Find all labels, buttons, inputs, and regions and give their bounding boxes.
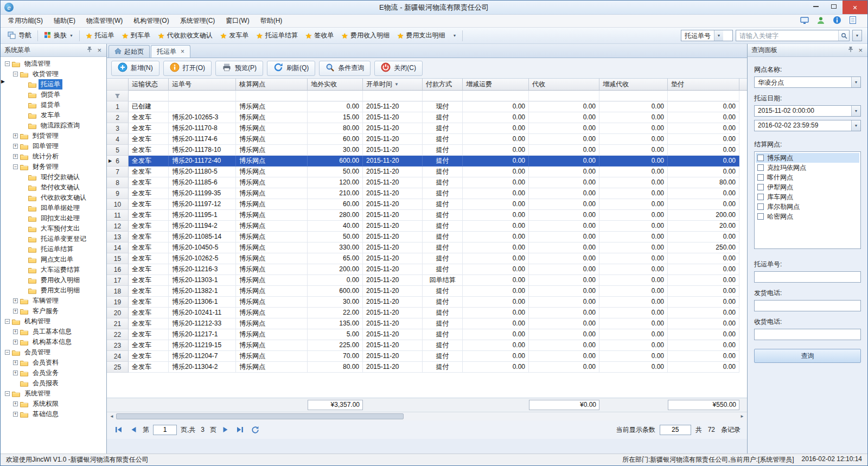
user-icon[interactable] [816,16,825,26]
preview-button[interactable]: 预览(P) [215,61,263,76]
table-row[interactable]: ▶6全发车博乐20-11172-40博乐网点600.002015-11-20提付… [107,156,747,167]
date-to-combo[interactable]: 2016-02-02 23:59:59 ▼ [754,120,861,131]
table-row[interactable]: 14全发车博乐20-10450-5博乐网点330.002015-11-20提付0… [107,242,747,253]
favorite-item[interactable]: ★费用支出明细 [393,31,449,40]
expand-icon[interactable]: + [13,412,18,417]
table-row[interactable]: 20全发车博乐20-10241-11博乐网点22.002015-11-20提付0… [107,308,747,318]
chevron-down-icon[interactable]: ▼ [851,77,860,87]
next-page-button[interactable] [220,424,231,435]
chevron-down-icon[interactable]: ▼ [851,106,860,116]
nav-button[interactable]: 导航 [4,29,35,42]
column-header[interactable]: 运单号 [169,79,236,91]
checkbox-icon[interactable] [757,213,764,220]
filter-cell[interactable] [169,91,236,101]
filter-cell[interactable] [308,91,363,101]
table-row[interactable]: 17全发车博乐20-11303-1博乐网点0.002015-11-20回单结算0… [107,275,747,286]
tree-item[interactable]: +回单管理 [1,141,106,151]
tree-item[interactable]: +车辆管理 [1,296,106,306]
table-row[interactable]: 7全发车博乐20-11180-5博乐网点50.002015-11-20提付0.0… [107,167,747,177]
tab-start-page[interactable]: 起始页 [108,45,150,58]
maximize-button[interactable] [825,1,843,12]
tree-item[interactable]: +员工基本信息 [1,327,106,337]
collapse-icon[interactable]: − [5,61,10,66]
tree-item[interactable]: 现付交款确认 [1,172,106,182]
table-row[interactable]: 16全发车博乐20-11216-3博乐网点200.002015-11-20提付0… [107,264,747,275]
tree-item[interactable]: 回扣支出处理 [1,213,106,224]
table-row[interactable]: 3全发车博乐20-11170-8博乐网点80.002015-11-20提付0.0… [107,123,747,134]
reload-icon[interactable] [250,424,260,435]
tree-item[interactable]: −物流管理 [1,59,106,69]
table-row[interactable]: 11全发车博乐20-11195-1博乐网点280.002015-11-20提付0… [107,210,747,221]
expand-icon[interactable]: + [13,133,18,138]
table-row[interactable]: 21全发车博乐20-11212-33博乐网点135.002015-11-20提付… [107,318,747,329]
open-button[interactable]: 打开(O) [163,61,212,76]
first-page-button[interactable] [113,424,124,435]
checkbox-icon[interactable] [757,184,764,190]
favorites-overflow-button[interactable]: ▼ [449,32,460,39]
menu-item[interactable]: 物流管理(W) [81,14,128,28]
collapse-sidebar-arrow[interactable]: ▶ [1,79,5,84]
condition-query-button[interactable]: 条件查询 [319,61,371,76]
table-row[interactable]: 25全发车博乐20-11304-2博乐网点80.002015-11-20提付0.… [107,362,747,373]
collapse-icon[interactable]: − [5,319,10,324]
receiver-phone-input[interactable] [754,329,861,340]
favorite-item[interactable]: ★费用收入明细 [337,31,393,40]
date-from-combo[interactable]: 2015-11-02 0:00:00 ▼ [754,105,861,117]
tree-item[interactable]: 发车单 [1,110,106,120]
favorite-item[interactable]: ★发车单 [216,31,253,40]
favorite-item[interactable]: ★签收单 [302,31,338,40]
table-row[interactable]: 19全发车博乐20-11306-1博乐网点30.002015-11-20提付0.… [107,297,747,308]
tree-item[interactable]: +会员业务 [1,368,106,378]
tree-item[interactable]: 费用收入明细 [1,275,106,285]
refresh-button[interactable]: 刷新(Q) [267,61,315,76]
tree-item[interactable]: 大车预付支出 [1,224,106,234]
tree-item[interactable]: −财务管理 [1,162,106,172]
tree-item[interactable]: 物流跟踪查询 [1,120,106,131]
column-header[interactable]: 代收 [529,79,599,91]
page-number-input[interactable] [153,425,177,435]
favorite-item[interactable]: ★代收款收支确认 [154,31,216,40]
tree-item[interactable]: +系统权限 [1,399,106,409]
settle-site-option[interactable]: 克拉玛依网点 [756,163,859,173]
settle-site-option[interactable]: 博乐网点 [756,153,859,163]
tree-item[interactable]: 垫付收支确认 [1,182,106,193]
tree-item[interactable]: −机构管理 [1,316,106,327]
tree-item[interactable]: 会员报表 [1,378,106,388]
tab-waybill[interactable]: 托运单 × [151,45,190,58]
favorite-item[interactable]: ★托运单结算 [252,31,302,40]
column-header[interactable]: 核算网点 [236,79,308,91]
favorite-item[interactable]: ★托运单 [82,31,118,40]
collapse-icon[interactable]: − [5,391,10,396]
tree-item[interactable]: 代收款收支确认 [1,193,106,203]
tree-item[interactable]: −会员管理 [1,347,106,358]
expand-icon[interactable]: + [13,401,18,406]
table-row[interactable]: 22全发车博乐20-11217-1博乐网点5.002015-11-20提付0.0… [107,329,747,340]
table-row[interactable]: 10全发车博乐20-11197-12博乐网点60.002015-11-20提付0… [107,199,747,210]
tree-item[interactable]: 回单单据处理 [1,203,106,213]
expand-icon[interactable]: + [13,371,18,375]
filter-cell[interactable] [363,91,423,101]
info-icon[interactable] [833,16,841,26]
tree-item[interactable]: 托运单 [1,79,106,90]
tree-item[interactable]: +会员资料 [1,358,106,368]
menu-item[interactable]: 系统管理(C) [175,14,221,28]
column-header[interactable]: 增减代收 [599,79,668,91]
tree-item[interactable]: 托运单变更登记 [1,234,106,244]
page-size-input[interactable] [660,425,691,435]
scrollbar-thumb[interactable] [116,413,404,419]
last-page-button[interactable] [235,424,246,435]
tree-item[interactable]: +到货管理 [1,131,106,141]
filter-cell[interactable] [529,91,599,101]
waybill-no-input[interactable] [754,271,861,283]
new-button[interactable]: 新增(N) [111,61,159,76]
table-row[interactable]: 1已创建博乐网点0.002015-11-20现付0.000.000.000.00 [107,101,747,112]
menu-item[interactable]: 机构管理(O) [128,14,174,28]
table-row[interactable]: 4全发车博乐20-11174-6博乐网点60.002015-11-20提付0.0… [107,134,747,145]
column-header[interactable]: 增减运费 [463,79,529,91]
menu-item[interactable]: 辅助(E) [48,14,81,28]
table-row[interactable]: 13全发车博乐20-11085-14博乐网点50.002015-11-20提付0… [107,232,747,242]
filter-cell[interactable] [129,91,169,101]
search-input[interactable] [736,32,838,40]
tree-item[interactable]: +客户服务 [1,306,106,316]
expand-icon[interactable]: + [13,298,18,303]
